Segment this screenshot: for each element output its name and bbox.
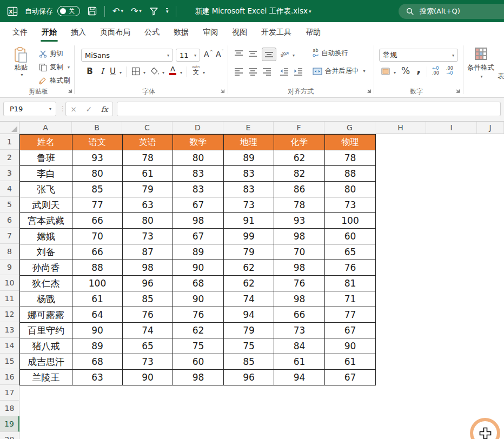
chevron-down-icon[interactable]: ▾: [293, 53, 295, 58]
increase-decimal-button[interactable]: ←0.00: [432, 66, 439, 76]
cell[interactable]: 93: [72, 150, 123, 166]
tab-审阅[interactable]: 审阅: [196, 22, 225, 43]
number-format-select[interactable]: 常规 ▾: [379, 49, 458, 62]
cell[interactable]: 嫦娥: [20, 229, 72, 244]
cell[interactable]: 98: [173, 370, 224, 385]
align-bottom-button[interactable]: [262, 48, 276, 61]
row-header-13[interactable]: 13: [0, 322, 19, 338]
cell[interactable]: 百里守约: [20, 323, 72, 338]
cell[interactable]: 65: [123, 338, 173, 354]
insert-function-button[interactable]: fx: [101, 105, 108, 114]
column-header-H[interactable]: H: [375, 122, 426, 134]
cell[interactable]: 68: [72, 354, 123, 370]
cell[interactable]: 77: [325, 307, 376, 323]
paste-button[interactable]: 粘贴 ▾: [9, 47, 34, 77]
cell[interactable]: 74: [123, 323, 173, 338]
row-header-19[interactable]: 19: [0, 416, 19, 432]
row-header-17[interactable]: 17: [0, 385, 19, 401]
cell[interactable]: 87: [123, 244, 173, 260]
font-dialog-launcher-icon[interactable]: [220, 88, 226, 94]
row-header-7[interactable]: 7: [0, 228, 19, 244]
fill-color-button[interactable]: [150, 67, 160, 76]
cancel-button[interactable]: ×: [70, 105, 77, 114]
tab-数据[interactable]: 数据: [167, 22, 196, 43]
cell[interactable]: 61: [274, 354, 325, 370]
cell[interactable]: 68: [173, 276, 224, 291]
row-header-6[interactable]: 6: [0, 212, 19, 228]
cell[interactable]: 96: [123, 276, 173, 291]
cell[interactable]: 娜可露露: [20, 307, 72, 323]
cell[interactable]: 80: [325, 182, 376, 197]
cell[interactable]: 71: [325, 291, 376, 307]
cell[interactable]: 杨戬: [20, 291, 72, 307]
comma-style-button[interactable]: ,: [416, 62, 421, 76]
cell[interactable]: 85: [72, 182, 123, 197]
row-header-18[interactable]: 18: [0, 401, 19, 416]
cell[interactable]: 86: [274, 182, 325, 197]
row-header-3[interactable]: 3: [0, 165, 19, 181]
cell[interactable]: 75: [224, 338, 274, 354]
cell[interactable]: 94: [274, 370, 325, 385]
cell[interactable]: 73: [123, 354, 173, 370]
cell[interactable]: 67: [173, 229, 224, 244]
increase-font-size-button[interactable]: A^: [204, 50, 213, 58]
tab-页面布局[interactable]: 页面布局: [93, 22, 137, 43]
chevron-down-icon[interactable]: ▾: [120, 70, 122, 75]
cell[interactable]: 63: [123, 197, 173, 213]
cell[interactable]: 74: [224, 291, 274, 307]
cell[interactable]: 76: [123, 307, 173, 323]
font-color-button[interactable]: A: [169, 65, 176, 75]
chevron-down-icon[interactable]: ▾: [143, 70, 145, 75]
format-as-table-label-partial[interactable]: 表: [498, 72, 504, 81]
align-center-button[interactable]: [248, 68, 257, 76]
tab-开发工具[interactable]: 开发工具: [254, 22, 299, 43]
cell[interactable]: 65: [325, 244, 376, 260]
cell[interactable]: 82: [274, 166, 325, 182]
number-dialog-launcher-icon[interactable]: [455, 88, 461, 94]
increase-indent-button[interactable]: [294, 68, 303, 76]
decrease-decimal-button[interactable]: .00→0: [446, 66, 453, 76]
cell[interactable]: 79: [224, 244, 274, 260]
cell[interactable]: 61: [123, 166, 173, 182]
cell[interactable]: 孙尚香: [20, 260, 72, 276]
chevron-down-icon[interactable]: ▾: [180, 70, 182, 75]
underline-button[interactable]: U: [110, 66, 116, 76]
cell[interactable]: 73: [325, 197, 376, 213]
cell[interactable]: 90: [72, 323, 123, 338]
cell[interactable]: 张飞: [20, 182, 72, 197]
autosave-toggle[interactable]: 关: [57, 6, 80, 16]
row-header-4[interactable]: 4: [0, 181, 19, 197]
decrease-indent-button[interactable]: [280, 68, 289, 76]
row-header-15[interactable]: 15: [0, 354, 19, 369]
accounting-format-button[interactable]: [381, 67, 391, 76]
row-header-20[interactable]: 20: [0, 432, 19, 439]
cell[interactable]: 88: [72, 260, 123, 276]
cell[interactable]: 78: [325, 150, 376, 166]
header-cell[interactable]: 化学: [274, 135, 325, 150]
column-header-J[interactable]: J: [477, 122, 504, 134]
cell[interactable]: 67: [325, 323, 376, 338]
cell[interactable]: 李白: [20, 166, 72, 182]
cell[interactable]: 98: [274, 229, 325, 244]
cell[interactable]: 85: [224, 354, 274, 370]
cell[interactable]: 62: [224, 260, 274, 276]
cell[interactable]: 90: [123, 370, 173, 385]
italic-button[interactable]: I: [98, 66, 106, 76]
cell[interactable]: 77: [72, 197, 123, 213]
cell[interactable]: 78: [274, 197, 325, 213]
cell[interactable]: 60: [173, 354, 224, 370]
tab-公式[interactable]: 公式: [137, 22, 167, 43]
cell[interactable]: 80: [173, 150, 224, 166]
cell[interactable]: 89: [72, 338, 123, 354]
alignment-dialog-launcher-icon[interactable]: [366, 88, 372, 94]
cell[interactable]: 96: [224, 370, 274, 385]
align-left-button[interactable]: [234, 68, 243, 76]
cell[interactable]: 67: [325, 370, 376, 385]
cell[interactable]: 83: [173, 166, 224, 182]
tab-开始[interactable]: 开始: [35, 22, 64, 43]
search-input[interactable]: 搜索(Alt+Q): [399, 4, 504, 19]
decrease-font-size-button[interactable]: Aˇ: [216, 50, 224, 58]
column-header-D[interactable]: D: [173, 122, 223, 134]
bold-button[interactable]: B: [85, 66, 94, 76]
cell[interactable]: 66: [274, 307, 325, 323]
